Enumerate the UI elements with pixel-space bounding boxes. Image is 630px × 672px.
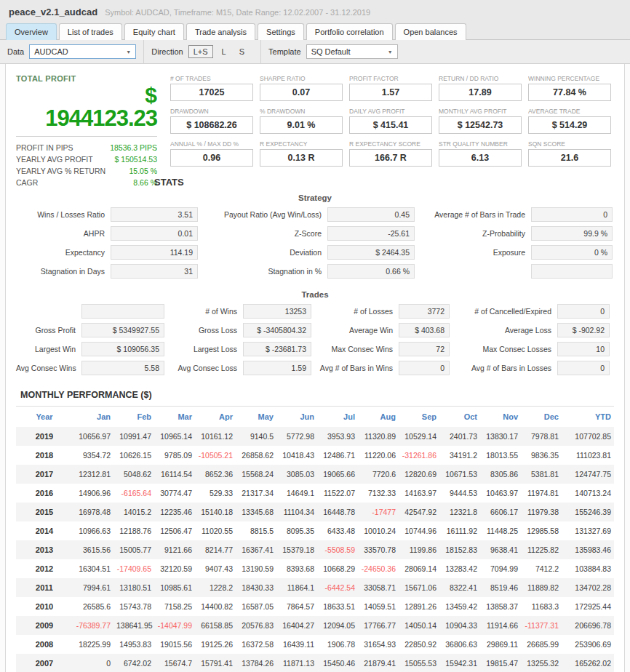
value-cell: 19015.56: [154, 635, 195, 654]
value-cell: 33570.78: [358, 540, 399, 559]
divider: [16, 136, 157, 137]
stat-value-box: 0.66 %: [327, 264, 415, 279]
tab-portfolio-correlation[interactable]: Portfolio correlation: [306, 23, 393, 40]
value-cell: 7094.99: [480, 559, 521, 578]
template-select[interactable]: SQ Default ▼: [306, 44, 398, 59]
stat-value: 21.6: [528, 149, 611, 167]
value-cell: 103884.83: [562, 559, 614, 578]
stat-r-expectancy: R EXPECTANCY0.13 R: [260, 140, 343, 167]
tab-open-balances[interactable]: Open balances: [395, 23, 466, 40]
tab-list-of-trades[interactable]: List of trades: [59, 23, 122, 40]
value-cell: 13459.42: [439, 597, 480, 616]
column-header-year: Year: [16, 407, 73, 428]
stat-value: 0.13 R: [260, 149, 343, 167]
stat-daily-avg-profit: DAILY AVG PROFIT$ 415.41: [349, 107, 432, 134]
value-cell: 8214.77: [195, 540, 236, 559]
direction-option-s[interactable]: S: [235, 46, 249, 57]
stat-value-box: $ 109056.35: [81, 342, 164, 356]
table-row-2015: 201516978.4814015.212235.4615140.1813345…: [16, 503, 614, 521]
stat-label: R EXPECTANCY: [260, 140, 343, 149]
stat-value-box: $ 403.68: [399, 323, 450, 337]
stat-label-average-loss: Average Loss: [452, 326, 554, 335]
value-cell: 0: [73, 654, 113, 672]
value-cell: 21879.41: [358, 654, 399, 672]
value-cell: 10161.12: [195, 427, 236, 446]
value-cell: 10529.14: [399, 427, 439, 446]
value-cell: 107702.85: [562, 427, 614, 446]
value-cell: 19815.47: [480, 654, 521, 672]
stat-value: 0.07: [260, 84, 343, 101]
trades-table-title: Trades: [16, 290, 614, 299]
stat-label-largest-win: Largest Win: [16, 345, 79, 353]
value-cell: 9354.72: [73, 446, 113, 465]
value-cell: 31654.93: [358, 635, 399, 654]
value-cell: 6742.02: [113, 654, 154, 672]
stat-label: SHARPE RATIO: [260, 74, 343, 84]
tab-trade-analysis[interactable]: Trade analysis: [186, 23, 255, 40]
value-cell: 18633.51: [317, 597, 358, 616]
value-cell: 134702.28: [562, 578, 614, 597]
value-cell: 12820.69: [399, 465, 439, 484]
strategy-title: peace_v2.1_audcad: [9, 7, 97, 17]
stat-value-box: 0.01: [111, 226, 198, 241]
stat-label-average-of-bars-in-trade: Average # of Bars in Trade: [418, 210, 528, 219]
value-cell: 12506.47: [154, 521, 195, 540]
value-cell: 3615.56: [73, 540, 113, 559]
value-cell: 124747.75: [562, 465, 614, 484]
value-cell: 9638.41: [480, 540, 521, 559]
data-select[interactable]: AUDCAD ▼: [29, 44, 136, 59]
stat-label-of-wins: # of Wins: [167, 307, 240, 316]
data-select-value: AUDCAD: [34, 47, 68, 56]
tab-settings[interactable]: Settings: [258, 23, 304, 40]
value-cell: 5381.81: [521, 465, 562, 484]
value-cell: -24650.36: [358, 559, 399, 578]
profit-summary-row: YEARLY AVG PROFIT$ 150514.53: [16, 153, 157, 165]
value-cell: 11974.81: [521, 484, 562, 503]
value-cell: 2401.73: [439, 427, 480, 446]
value-cell: 12235.46: [154, 503, 195, 521]
stat-label-gross-loss: Gross Loss: [167, 326, 240, 335]
stat-value: $ 108682.26: [170, 116, 253, 134]
stat-label-gross-profit: Gross Profit: [16, 326, 79, 335]
table-row-2007: 200706742.0215674.715791.4113784.2611871…: [16, 654, 614, 672]
tab-overview[interactable]: Overview: [6, 23, 57, 40]
value-cell: 3953.93: [317, 427, 358, 446]
value-cell: 3085.03: [276, 465, 317, 484]
year-cell: 2017: [16, 465, 73, 484]
stat-monthly-avg-profit: MONTHLY AVG PROFIT$ 12542.73: [439, 107, 522, 134]
stat-label-payout-ratio-avg-win-loss: Payout Ratio (Avg Win/Loss): [201, 210, 324, 219]
direction-option-l[interactable]: L: [218, 46, 231, 57]
value-cell: 13190.59: [236, 559, 276, 578]
stat-value-box: [531, 264, 613, 279]
tab-equity-chart[interactable]: Equity chart: [124, 23, 184, 40]
year-cell: 2013: [16, 540, 73, 559]
value-cell: 11225.82: [521, 540, 562, 559]
stat-label-z-probability: Z-Probability: [418, 229, 528, 238]
stat-value-box: $ -3405804.32: [243, 323, 311, 337]
stat-label-ahpr: AHPR: [16, 229, 108, 238]
value-cell: 12891.26: [399, 597, 439, 616]
value-cell: 19065.66: [317, 465, 358, 484]
value-cell: 22850.92: [399, 635, 439, 654]
column-header-ytd: YTD: [562, 407, 614, 428]
table-row-2013: 20133615.5615005.779121.668214.7716367.4…: [16, 540, 614, 559]
direction-group: Direction L+SLS: [144, 40, 260, 64]
stat-sharpe-ratio: SHARPE RATIO0.07: [260, 74, 343, 101]
direction-option-l-s[interactable]: L+S: [188, 45, 213, 58]
column-header-may: May: [236, 407, 276, 428]
chevron-down-icon: ▼: [126, 49, 131, 55]
stat-value: $ 12542.73: [439, 116, 522, 134]
value-cell: 14163.97: [399, 484, 439, 503]
value-cell: 10965.14: [154, 427, 195, 446]
value-cell: 6606.17: [480, 503, 521, 521]
column-header-oct: Oct: [439, 407, 480, 428]
value-cell: 8815.5: [236, 521, 276, 540]
value-cell: 11979.38: [521, 503, 562, 521]
value-cell: 8095.35: [276, 521, 317, 540]
value-cell: 253906.69: [562, 635, 614, 654]
value-cell: 1906.78: [317, 635, 358, 654]
value-cell: 14906.96: [73, 484, 113, 503]
stat-value: $ 514.29: [528, 116, 611, 134]
value-cell: 13180.51: [113, 578, 154, 597]
value-cell: 8652.36: [195, 465, 236, 484]
